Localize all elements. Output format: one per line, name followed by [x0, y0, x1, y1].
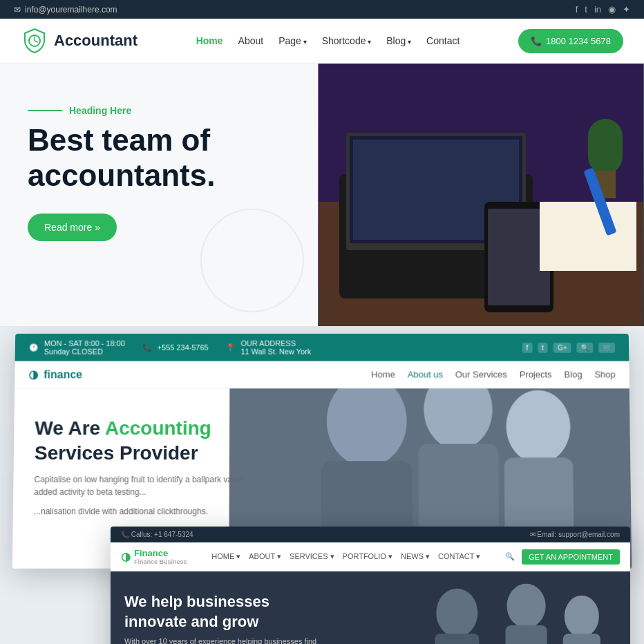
finance-nav-links: Home About us Our Services Projects Blog… [371, 369, 616, 379]
nav-about[interactable]: About [238, 35, 264, 46]
fc2-logo-icon: ◑ [121, 550, 131, 563]
instagram-icon[interactable]: ◉ [608, 4, 616, 15]
fc2-topbar: 📞 Callus: +1 647-5324 ✉ Email: support@e… [111, 527, 630, 542]
finance-topbar: 🕐 MON - SAT 8:00 - 18:00 Sunday CLOSED 📞… [15, 334, 629, 361]
phone-icon: 📞 [531, 36, 542, 46]
fc2-phone: 📞 Callus: +1 647-5324 [121, 531, 193, 538]
fn-about[interactable]: About us [408, 369, 443, 379]
finance-tw[interactable]: t [538, 342, 548, 352]
fn-projects[interactable]: Projects [520, 369, 552, 379]
phone-icon-2: 📞 [142, 343, 152, 352]
finance-search[interactable]: 🔍 [576, 342, 593, 352]
hero-title: Best team of accountants. [28, 123, 290, 193]
finance-phone: +555 234-5765 [158, 343, 209, 352]
twitter-icon[interactable]: t [585, 4, 587, 15]
fc2-hero-content: We help businesses innovate and grow Wit… [111, 571, 630, 644]
email-icon: ✉ [14, 5, 21, 15]
fc2-contact[interactable]: CONTACT ▾ [438, 552, 480, 561]
fc2-nav-links: HOME ▾ ABOUT ▾ SERVICES ▾ PORTFOLIO ▾ NE… [211, 552, 480, 561]
fn-shop[interactable]: Shop [594, 369, 615, 379]
fc2-about[interactable]: ABOUT ▾ [249, 552, 281, 561]
svg-rect-11 [540, 202, 636, 271]
hero-left: Heading Here Best team of accountants. R… [0, 64, 318, 326]
address-value: 11 Wall St. New York [240, 348, 311, 356]
fn-services[interactable]: Our Services [455, 369, 507, 379]
nav-blog[interactable]: Blog [386, 35, 411, 46]
fc2-nav-right: 🔍 GET AN APPOINTMENT [505, 549, 620, 565]
fc2-nav: ◑ Finance Finance Business HOME ▾ ABOUT … [111, 542, 630, 571]
finance-cart[interactable]: 🛒 [598, 342, 615, 352]
finance-pre-text: We Are [35, 417, 105, 439]
top-bar: ✉ info@youremailhere.com f t in ◉ ✦ [0, 0, 644, 19]
hero-image [318, 64, 644, 326]
social-icon-5[interactable]: ✦ [623, 4, 630, 15]
finance-hero-subtitle2: ...nalisation divide with additional cli… [34, 505, 256, 518]
fc2-home[interactable]: HOME ▾ [211, 552, 240, 561]
nav-contact[interactable]: Contact [426, 35, 460, 46]
fc2-hero: We help businesses innovate and grow Wit… [111, 571, 630, 644]
hours-info: 🕐 MON - SAT 8:00 - 18:00 Sunday CLOSED [29, 339, 125, 356]
main-navigation: Accountant Home About Page Shortcode Blo… [0, 19, 644, 64]
fc2-cta-button[interactable]: GET AN APPOINTMENT [522, 549, 620, 565]
finance-fb[interactable]: f [522, 342, 532, 352]
fc2-logo-text: Finance [134, 548, 187, 558]
address-info: 📍 OUR ADDRESS 11 Wall St. New York [225, 339, 311, 356]
nav-shortcode[interactable]: Shortcode [322, 35, 372, 46]
screens-container: 🕐 MON - SAT 8:00 - 18:00 Sunday CLOSED 📞… [0, 326, 644, 644]
nav-home[interactable]: Home [196, 35, 223, 46]
email-text: info@youremailhere.com [25, 5, 117, 15]
finance-highlight: Accounting [105, 417, 211, 439]
finance-hero-subtitle: Capitalise on low hanging fruit to ident… [34, 473, 256, 498]
finance-logo-icon: ◑ [28, 368, 38, 381]
hero-section: Heading Here Best team of accountants. R… [0, 64, 644, 326]
clock-icon: 🕐 [29, 343, 39, 352]
linkedin-icon[interactable]: in [594, 4, 601, 15]
finance-hero-title: We Are Accounting Services Provider [35, 416, 332, 466]
hero-subheading: Heading Here [28, 105, 290, 116]
finance-card-2: 📞 Callus: +1 647-5324 ✉ Email: support@e… [111, 527, 630, 644]
hours-text: MON - SAT 8:00 - 18:00 [44, 339, 125, 348]
logo: Accountant [21, 27, 138, 55]
fc2-hero-title: We help businesses innovate and grow [124, 592, 616, 632]
finance-social: f t G+ 🔍 🛒 [522, 342, 615, 352]
phone-info: 📞 +555 234-5765 [142, 343, 209, 352]
svg-rect-9 [588, 119, 623, 174]
nav-page[interactable]: Page [278, 35, 306, 46]
decorative-circle [200, 209, 304, 312]
fc2-news[interactable]: NEWS ▾ [401, 552, 430, 561]
fc2-logo-sub: Finance Business [134, 558, 187, 565]
sunday-text: Sunday CLOSED [44, 348, 125, 356]
fn-home[interactable]: Home [371, 369, 395, 379]
finance-nav: ◑ finance Home About us Our Services Pro… [15, 361, 629, 389]
fc2-services[interactable]: SERVICES ▾ [290, 552, 334, 561]
facebook-icon[interactable]: f [576, 4, 578, 15]
phone-button[interactable]: 📞 1800 1234 5678 [518, 29, 623, 53]
phone-number: 1800 1234 5678 [546, 36, 611, 46]
fc2-logo: ◑ Finance Finance Business [121, 548, 187, 565]
logo-icon [21, 27, 48, 55]
address-label: OUR ADDRESS [240, 339, 311, 348]
finance-post-text: Services Provider [35, 442, 198, 464]
fn-blog[interactable]: Blog [564, 369, 582, 379]
nav-links: Home About Page Shortcode Blog Contact [196, 35, 460, 46]
email-section: ✉ info@youremailhere.com [14, 5, 117, 15]
fc2-email: ✉ Email: support@email.com [530, 531, 620, 538]
fc2-portfolio[interactable]: PORTFOLIO ▾ [343, 552, 392, 561]
fc2-hero-subtitle: With over 10 years of experience helping… [124, 637, 332, 644]
fc2-search-icon[interactable]: 🔍 [505, 552, 515, 561]
hero-right [318, 64, 644, 326]
read-more-button[interactable]: Read more » [28, 214, 117, 241]
finance-logo-text: finance [44, 368, 82, 381]
finance-logo: ◑ finance [28, 368, 82, 381]
finance-gplus[interactable]: G+ [553, 342, 571, 352]
map-icon: 📍 [226, 343, 236, 352]
finance-info-items: 🕐 MON - SAT 8:00 - 18:00 Sunday CLOSED 📞… [29, 339, 312, 356]
social-icons: f t in ◉ ✦ [576, 4, 630, 15]
logo-text: Accountant [54, 32, 138, 50]
